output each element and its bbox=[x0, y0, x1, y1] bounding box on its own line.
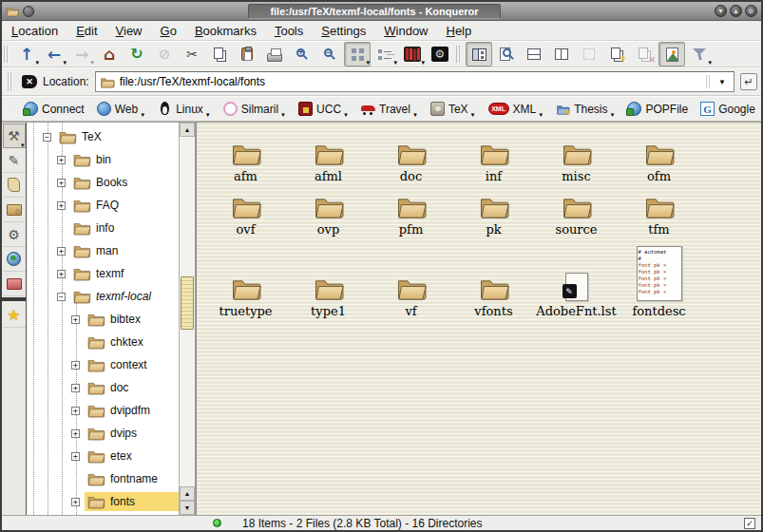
split-view-top-bottom-button[interactable] bbox=[521, 42, 547, 66]
expand-icon[interactable]: + bbox=[57, 201, 66, 210]
tree-row-context[interactable]: +context bbox=[27, 353, 179, 376]
title-bar[interactable]: file:/usr/TeX/texmf-local/fonts - Konque… bbox=[2, 2, 761, 21]
tree-row-dvipdfm[interactable]: +dvipdfm bbox=[27, 399, 179, 422]
location-input[interactable]: file:/usr/TeX/texmf-local/fonts bbox=[120, 75, 701, 88]
tree-row-tex[interactable]: −TeX bbox=[27, 125, 179, 148]
menu-tools[interactable]: Tools bbox=[275, 24, 303, 38]
expand-icon[interactable]: + bbox=[57, 270, 66, 278]
tree-row-info[interactable]: +info bbox=[27, 217, 179, 239]
expand-icon[interactable]: + bbox=[71, 361, 80, 370]
image-preview-button[interactable] bbox=[658, 42, 685, 66]
file-item-vf[interactable]: vf bbox=[370, 237, 452, 318]
collapse-icon[interactable]: − bbox=[57, 293, 66, 301]
paste-button[interactable] bbox=[234, 42, 260, 66]
expand-icon[interactable]: + bbox=[71, 407, 80, 415]
expand-icon[interactable]: + bbox=[71, 452, 80, 461]
file-item-inf[interactable]: inf bbox=[452, 130, 535, 183]
reload-button[interactable]: ↻ bbox=[124, 42, 150, 66]
file-item-type1[interactable]: type1 bbox=[287, 237, 370, 318]
file-item-source[interactable]: source bbox=[535, 183, 618, 237]
kde-gear-button[interactable]: ⚙ bbox=[427, 42, 453, 66]
bookmark-linux[interactable]: Linux▼ bbox=[158, 99, 211, 120]
scroll-down-button[interactable]: ▼ bbox=[180, 501, 195, 515]
toolbar-grip[interactable] bbox=[4, 46, 9, 63]
bookmark-google[interactable]: GGoogle bbox=[700, 99, 755, 120]
bookmark-ucc[interactable]: UCC▼ bbox=[298, 99, 349, 120]
locbar-grip[interactable] bbox=[8, 72, 12, 91]
scrollbar-track[interactable] bbox=[180, 137, 195, 486]
tree-row-doc[interactable]: +doc bbox=[27, 376, 179, 399]
file-item-afm[interactable]: afm bbox=[204, 130, 287, 183]
location-dropdown-arrow[interactable]: ▼ bbox=[715, 73, 730, 90]
menu-view[interactable]: View bbox=[116, 24, 143, 38]
back-button[interactable]: ← bbox=[41, 42, 67, 66]
file-item-afml[interactable]: afml bbox=[287, 130, 370, 183]
close-button[interactable]: ⊘ bbox=[745, 5, 757, 17]
bookmark-web[interactable]: Web▼ bbox=[97, 99, 145, 120]
scrollbar-thumb[interactable] bbox=[181, 276, 194, 330]
expand-icon[interactable]: + bbox=[71, 384, 80, 392]
close-tab-button[interactable]: ✕ bbox=[631, 42, 658, 66]
menu-bookmarks[interactable]: Bookmarks bbox=[195, 24, 257, 38]
toolbar-grip-2[interactable] bbox=[456, 46, 461, 63]
tree-row-faq[interactable]: +FAQ bbox=[27, 194, 179, 217]
print-button[interactable] bbox=[261, 42, 288, 66]
tree-row-fonts[interactable]: +fonts bbox=[27, 490, 179, 513]
home-button[interactable]: ⌂ bbox=[96, 42, 123, 66]
file-item-pfm[interactable]: pfm bbox=[370, 183, 452, 237]
bookmark-thesis[interactable]: ★Thesis▼ bbox=[556, 99, 615, 120]
expand-icon[interactable]: + bbox=[71, 315, 80, 324]
sidebar-home-button[interactable] bbox=[3, 198, 26, 222]
find-file-button[interactable] bbox=[493, 42, 520, 66]
tree-row-chktex[interactable]: +chktex bbox=[27, 331, 179, 353]
bookmark-popfile[interactable]: POPFile bbox=[627, 99, 688, 120]
sidebar-bookmarks-button[interactable]: ★ bbox=[3, 303, 26, 328]
maximize-button[interactable]: ▲ bbox=[730, 5, 742, 17]
expand-icon[interactable]: + bbox=[71, 498, 80, 506]
menu-edit[interactable]: Edit bbox=[76, 24, 97, 38]
minimize-button[interactable]: ▼ bbox=[715, 5, 727, 17]
file-item-doc[interactable]: doc bbox=[370, 130, 452, 183]
bookmark-silmaril[interactable]: Silmaril▼ bbox=[223, 99, 286, 120]
zoom-out-button[interactable]: − bbox=[316, 42, 343, 66]
file-item-adobefnt[interactable]: ✎AdobeFnt.lst bbox=[535, 237, 618, 318]
remove-view-button[interactable] bbox=[576, 42, 602, 66]
file-item-ovp[interactable]: ovp bbox=[287, 183, 370, 237]
new-tab-button[interactable]: ✶ bbox=[603, 42, 630, 66]
tree-row-bibtex[interactable]: +bibtex bbox=[27, 308, 179, 331]
icon-view-button[interactable] bbox=[344, 42, 371, 66]
bookmark-connect[interactable]: Connect bbox=[24, 99, 85, 120]
forward-button[interactable]: → bbox=[68, 42, 95, 66]
menu-location[interactable]: Location bbox=[11, 24, 58, 38]
file-item-truetype[interactable]: truetype bbox=[204, 237, 287, 318]
copy-button[interactable] bbox=[206, 42, 233, 66]
tree-row-fontname[interactable]: +fontname bbox=[27, 467, 179, 490]
up-button[interactable]: ↑ bbox=[13, 42, 40, 66]
menu-window[interactable]: Window bbox=[384, 24, 428, 38]
sidebar-root-button[interactable] bbox=[3, 272, 26, 296]
expand-icon[interactable]: + bbox=[71, 429, 80, 438]
sidebar-services-button[interactable]: ⚙ bbox=[3, 222, 26, 247]
show-sidebar-button[interactable] bbox=[466, 42, 492, 66]
tree-row-texmf-local[interactable]: −texmf-local bbox=[27, 285, 179, 308]
file-item-misc[interactable]: misc bbox=[535, 130, 618, 183]
scroll-up-button-2[interactable]: ▲ bbox=[180, 486, 195, 501]
sidebar-config-button[interactable]: ⚒ bbox=[3, 124, 26, 148]
tree-row-etex[interactable]: +etex bbox=[27, 445, 179, 467]
menu-settings[interactable]: Settings bbox=[321, 24, 366, 38]
sidebar-network-button[interactable] bbox=[3, 247, 26, 272]
bookmark-xml[interactable]: XMLXML▼ bbox=[488, 99, 544, 120]
sticky-pin-button[interactable] bbox=[23, 6, 34, 17]
filter-button[interactable] bbox=[686, 42, 713, 66]
file-item-vfonts[interactable]: vfonts bbox=[452, 237, 535, 318]
clear-location-button[interactable]: ✕ bbox=[22, 75, 37, 88]
file-item-fontdesc[interactable]: # automat # font pk × font pk × font pk … bbox=[618, 237, 700, 318]
file-item-pk[interactable]: pk bbox=[452, 183, 535, 237]
menu-go[interactable]: Go bbox=[161, 24, 177, 38]
collapse-icon[interactable]: − bbox=[43, 133, 51, 142]
tree-row-texmf[interactable]: +texmf bbox=[27, 262, 179, 285]
tree-row-bin[interactable]: +bin bbox=[27, 148, 179, 171]
stop-button[interactable]: ⊘ bbox=[151, 42, 178, 66]
cut-button[interactable]: ✂ bbox=[179, 42, 205, 66]
expand-icon[interactable]: + bbox=[57, 179, 66, 187]
